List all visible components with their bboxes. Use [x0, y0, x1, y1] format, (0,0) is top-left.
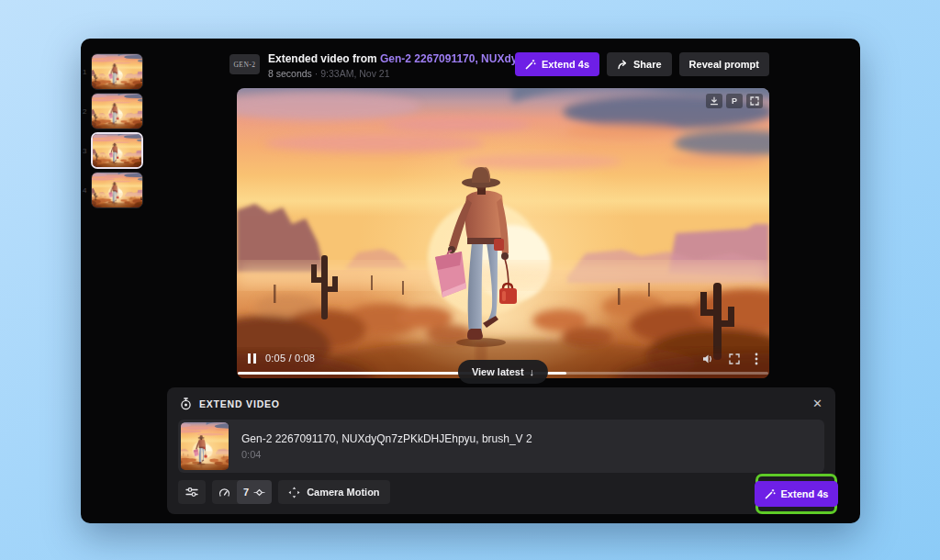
pause-button[interactable] — [248, 353, 256, 364]
clip-thumbnail-image — [181, 422, 229, 470]
sidebar-thumbnail-1[interactable] — [91, 53, 143, 90]
list-item: 4 — [83, 172, 143, 208]
share-icon — [617, 60, 628, 70]
list-item: 1 — [83, 53, 143, 90]
app-window: 1 2 3 4 — [81, 39, 860, 523]
extend-4s-button-panel[interactable]: Extend 4s — [755, 481, 839, 507]
gauge-icon — [218, 487, 230, 498]
playback-left-controls: 0:05 / 0:08 — [248, 353, 315, 364]
header-actions: Extend 4s Share Reveal prompt — [573, 52, 769, 76]
clip-thumbnail-image — [92, 54, 142, 89]
clip-duration: 8 seconds — [268, 68, 312, 79]
share-label: Share — [633, 59, 662, 70]
kebab-menu-icon[interactable] — [755, 353, 758, 365]
extend-4s-label: Extend 4s — [542, 59, 589, 70]
thumb-index: 1 — [83, 68, 91, 76]
title-prefix: Extended video from — [268, 52, 380, 65]
sliders-icon — [185, 487, 198, 498]
fullscreen-icon[interactable] — [729, 353, 740, 364]
source-clip-name: Gen-2 2267091170, NUXdyQn7zPKkDHJEhpyu, … — [241, 432, 532, 445]
player-corner-actions: P — [706, 94, 763, 108]
extend-4s-label: Extend 4s — [781, 488, 829, 499]
clip-thumbnail-image — [92, 173, 142, 207]
p-icon: P — [732, 96, 737, 106]
panel-title: EXTEND VIDEO — [199, 398, 280, 409]
motion-gauge-button[interactable] — [212, 487, 237, 498]
expand-icon — [750, 96, 759, 106]
motion-value-stepper[interactable]: 7 — [237, 480, 272, 504]
view-latest-button[interactable]: View latest ↓ — [458, 360, 548, 384]
highlight-annotation-box: Extend 4s — [755, 474, 837, 514]
clip-timestamp: 9:33AM, Nov 21 — [320, 68, 389, 79]
playback-right-controls — [702, 353, 758, 365]
clip-sidebar: 1 2 3 4 — [83, 53, 143, 211]
list-item: 2 — [83, 93, 143, 129]
extend-4s-button-header[interactable]: Extend 4s — [515, 52, 599, 76]
share-button[interactable]: Share — [607, 52, 672, 76]
reveal-prompt-button[interactable]: Reveal prompt — [679, 52, 769, 76]
stopwatch-icon — [180, 398, 192, 410]
clip-thumbnail-image — [92, 94, 142, 129]
thumb-index: 3 — [83, 147, 91, 155]
wand-icon — [765, 488, 776, 499]
motion-control-group: 7 — [212, 480, 272, 504]
settings-sliders-button[interactable] — [178, 480, 206, 504]
video-still-cowboy-sunset — [237, 88, 769, 378]
sidebar-thumbnail-2[interactable] — [91, 93, 143, 129]
close-icon[interactable]: ✕ — [812, 398, 822, 409]
thumb-index: 4 — [83, 186, 91, 195]
panel-header: EXTEND VIDEO ✕ — [167, 387, 835, 420]
camera-motion-label: Camera Motion — [307, 487, 379, 498]
down-arrow-icon: ↓ — [530, 366, 535, 377]
move-arrows-icon — [288, 487, 300, 498]
desktop-background: 1 2 3 4 — [0, 0, 940, 560]
p-button[interactable]: P — [726, 94, 743, 108]
sidebar-thumbnail-3-selected[interactable] — [91, 132, 143, 169]
time-display: 0:05 / 0:08 — [265, 353, 315, 364]
volume-icon[interactable] — [702, 353, 714, 364]
extend-video-panel: EXTEND VIDEO ✕ Gen-2 2267091170, NUXdyQn… — [167, 387, 835, 514]
source-clip-duration: 0:04 — [241, 449, 532, 460]
diamond-slider-icon — [253, 488, 265, 497]
motion-value: 7 — [243, 487, 249, 498]
gen2-badge: GEN-2 — [229, 54, 260, 74]
source-clip-info: Gen-2 2267091170, NUXdyQn7zPKkDHJEhpyu, … — [241, 432, 532, 460]
thumb-index: 2 — [83, 107, 91, 116]
reveal-prompt-label: Reveal prompt — [689, 59, 759, 70]
download-button[interactable] — [706, 94, 722, 108]
source-clip-thumbnail — [181, 422, 229, 470]
meta-separator: · — [312, 68, 320, 79]
sidebar-thumbnail-4[interactable] — [91, 172, 143, 208]
list-item: 3 — [83, 132, 143, 169]
download-icon — [710, 96, 719, 106]
clip-thumbnail-image — [93, 134, 141, 167]
video-player[interactable]: P 0:05 / 0:08 View latest ↓ — [237, 88, 769, 378]
expand-button[interactable] — [746, 94, 763, 108]
view-latest-label: View latest — [472, 366, 524, 377]
video-frame — [237, 88, 769, 378]
camera-motion-button[interactable]: Camera Motion — [278, 480, 389, 504]
source-clip-row[interactable]: Gen-2 2267091170, NUXdyQn7zPKkDHJEhpyu, … — [178, 420, 824, 473]
panel-toolbar: 7 Camera Motion — [178, 480, 390, 504]
wand-icon — [525, 59, 536, 70]
